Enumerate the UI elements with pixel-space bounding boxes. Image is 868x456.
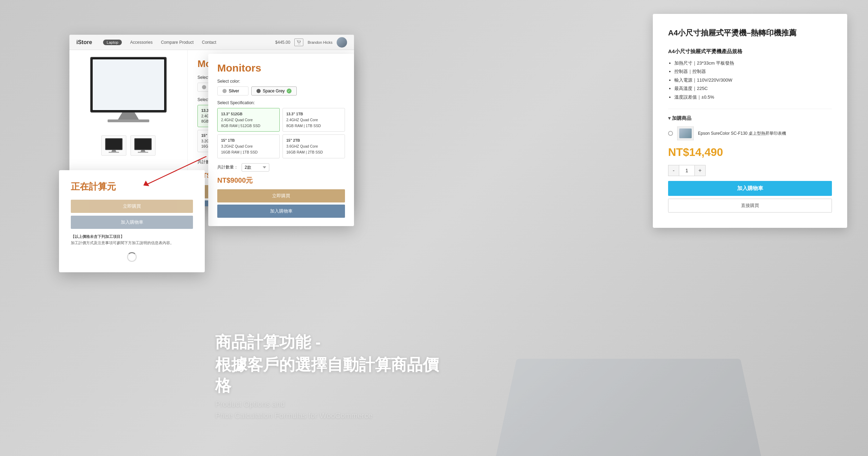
mon-qty-select[interactable]: 2款 1款 3款	[242, 163, 269, 172]
addon-row: Epson SureColor SC-F130 桌上型熱昇華印表機	[668, 126, 832, 140]
mon-spec-title-0: 13.3" 512GB	[221, 111, 276, 117]
monitor-stand	[118, 113, 139, 119]
spec-item: 溫度誤差值｜±0.5%	[674, 94, 832, 101]
mon-spec-2[interactable]: 15" 1TB 3.2GHZ Quad Core 16GB RAM | 1TB …	[217, 134, 280, 158]
addon-img-inner	[679, 128, 692, 138]
monitor-image	[87, 57, 170, 126]
mon-spec-grid: 13.3" 512GB 2.4GHZ Quad Core 8GB RAM | 5…	[217, 108, 345, 158]
monitor-screen-inner	[93, 59, 164, 110]
mon-spec-d2-1: 8GB RAM | 1TB SSD	[286, 123, 341, 129]
divider	[668, 109, 832, 109]
addon-section: 加購商品 Epson SureColor SC-F130 桌上型熱昇華印表機	[668, 115, 832, 140]
mon-add-cart-button[interactable]: 加入購物車	[217, 205, 345, 218]
bottom-main-zh-line2: 根據客戶的選擇自動計算商品價格	[215, 355, 451, 396]
mon-dot-silver	[222, 89, 227, 93]
mon-spec-1[interactable]: 13.3" 1TB 2.4GHZ Quad Core 8GB RAM | 1TB…	[283, 108, 345, 132]
heat-press-specs-title: A4小尺寸抽屜式平燙機產品規格	[668, 48, 832, 55]
spec-item: 最高溫度｜225C	[674, 85, 832, 92]
thumb-monitor-2	[134, 138, 152, 153]
mon-spec-d1-2: 3.2GHZ Quad Core	[221, 143, 276, 149]
svg-point-0	[298, 44, 299, 44]
thumb-monitor-1	[104, 138, 123, 153]
mon-spec-d1-1: 2.4GHZ Quad Core	[286, 117, 341, 123]
mon-qty-row: 共計數量： 2款 1款 3款	[217, 163, 345, 172]
mon-spec-d1-3: 3.6GHZ Quad Core	[286, 143, 341, 149]
thumb-stand-1	[111, 150, 116, 152]
monitors-popup: Monitors Select color: Silver Space Grey…	[208, 54, 354, 226]
bottom-text-section: 商品計算功能 - 根據客戶的選擇自動計算商品價格 Product Options…	[215, 332, 451, 421]
qty-value: 1	[679, 165, 694, 176]
cart-icon[interactable]	[294, 39, 303, 46]
navbar: iStore Laptop Accessories Compare Produc…	[69, 35, 354, 50]
color-dot-silver	[202, 85, 206, 89]
mon-spec-title-3: 15" 2TB	[286, 138, 341, 143]
mon-color-label: Select color:	[217, 79, 345, 84]
mon-color-options: Silver Space Grey ✓	[217, 86, 345, 96]
cart-price: $445.00	[275, 40, 290, 45]
monitors-popup-title: Monitors	[217, 62, 345, 74]
qty-decrease-button[interactable]: -	[668, 165, 679, 176]
mon-color-spacegrey[interactable]: Space Grey ✓	[251, 86, 297, 96]
quantity-row: - 1 +	[668, 165, 832, 176]
mon-color-silver[interactable]: Silver	[217, 86, 248, 96]
nav-active-pill[interactable]: Laptop	[103, 40, 122, 45]
user-name: Brandon Hicks	[307, 40, 332, 44]
addon-title: 加購商品	[668, 115, 832, 122]
loading-spinner	[127, 252, 137, 262]
thumbnail-row	[101, 135, 155, 156]
nav-compare[interactable]: Compare Product	[161, 40, 194, 45]
svg-point-1	[300, 44, 301, 44]
addon-radio[interactable]	[668, 131, 673, 136]
mon-spec-d2-2: 16GB RAM | 1TB SSD	[221, 149, 276, 155]
add-to-cart-button[interactable]: 加入購物車	[668, 181, 832, 196]
heat-press-title: A4小尺寸抽屜式平燙機–熱轉印機推薦	[668, 28, 832, 39]
thumb-screen-1	[105, 138, 123, 150]
bottom-sub-line1: Product Options and	[215, 398, 451, 410]
sub-line1: Product Options and	[215, 400, 285, 408]
price-display: NT$14,490	[668, 146, 832, 159]
sub-line2: Price Calculation Formulas for WooCommer…	[215, 411, 372, 420]
calc-title: 正在計算元	[71, 181, 193, 193]
main-zh-line1: 商品計算功能 -	[215, 333, 321, 351]
nav-contact[interactable]: Contact	[202, 40, 216, 45]
thumb-base-1	[109, 152, 119, 153]
keyboard-decoration	[496, 359, 761, 456]
calc-note: 【以上價格未含下列加工項目】 加工計價方式及注意事項可參閱下方加工說明的信息表內…	[71, 234, 193, 246]
mon-spec-label: Select Specification:	[217, 100, 345, 105]
mon-spec-title-2: 15" 1TB	[221, 138, 276, 143]
user-avatar	[337, 37, 347, 48]
heat-press-specs-list: 加熱尺寸｜23*33cm 平板發熱 控制器｜控制器 輸入電源｜110V/220V…	[668, 60, 832, 101]
mon-spec-d2-0: 8GB RAM | 512GB SSD	[221, 123, 276, 129]
thumb-screen-2	[134, 138, 152, 150]
brand-logo: iStore	[76, 39, 92, 45]
spec-item: 控制器｜控制器	[674, 68, 832, 75]
qty-increase-button[interactable]: +	[694, 165, 706, 176]
thumb-base-2	[138, 152, 148, 153]
calculating-popup: 正在計算元 立即購買 加入購物車 【以上價格未含下列加工項目】 加工計價方式及注…	[59, 170, 205, 272]
nav-accessories[interactable]: Accessories	[130, 40, 153, 45]
mon-spec-title-1: 13.3" 1TB	[286, 111, 341, 117]
calc-cart-button[interactable]: 加入購物車	[71, 216, 193, 229]
mon-buy-now-button[interactable]: 立即購買	[217, 189, 345, 202]
mon-color-check-icon: ✓	[287, 89, 292, 93]
mon-spec-3[interactable]: 15" 2TB 3.6GHZ Quad Core 16GB RAM | 2TB …	[283, 134, 345, 158]
thumbnail-1[interactable]	[101, 135, 126, 156]
spec-item: 輸入電源｜110V/220V/300W	[674, 77, 832, 84]
spec-item: 加熱尺寸｜23*33cm 平板發熱	[674, 60, 832, 67]
bottom-main-zh-line1: 商品計算功能 -	[215, 332, 451, 353]
mon-spec-0[interactable]: 13.3" 512GB 2.4GHZ Quad Core 8GB RAM | 5…	[217, 108, 280, 132]
calc-note-bold: 【以上價格未含下列加工項目】	[71, 234, 124, 239]
thumbnail-2[interactable]	[130, 135, 155, 156]
calc-buy-button[interactable]: 立即購買	[71, 200, 193, 213]
heat-press-panel: A4小尺寸抽屜式平燙機–熱轉印機推薦 A4小尺寸抽屜式平燙機產品規格 加熱尺寸｜…	[653, 14, 847, 228]
mon-qty-label: 共計數量：	[217, 164, 238, 170]
calc-note-text: 加工計價方式及注意事項可參閱下方加工說明的信息表內容。	[71, 241, 174, 245]
mon-price: NT$9000元	[217, 176, 345, 185]
nav-right: $445.00 Brandon Hicks	[275, 37, 347, 48]
direct-buy-button[interactable]: 直接購買	[668, 199, 832, 213]
mon-silver-label: Silver	[229, 89, 239, 93]
monitor-screen	[90, 57, 167, 113]
mon-dot-spacegrey	[256, 89, 261, 93]
addon-image	[677, 126, 694, 140]
addon-label: Epson SureColor SC-F130 桌上型熱昇華印表機	[698, 131, 786, 136]
